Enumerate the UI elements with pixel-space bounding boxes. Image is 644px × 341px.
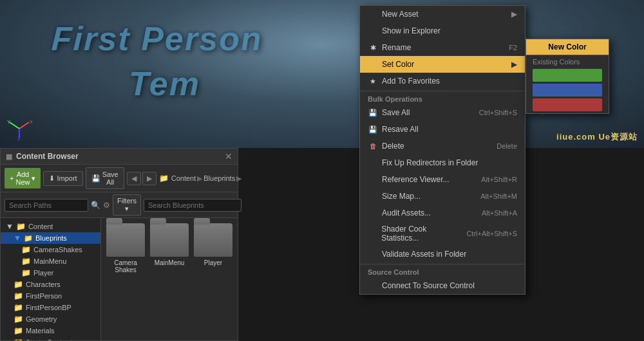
folder-icon-mat: 📁 <box>14 326 23 335</box>
folder-icon-content: 📁 <box>16 222 26 231</box>
menu-item-add-favorites[interactable]: ★ Add To Favorites <box>360 73 525 89</box>
cb-main: CameraShakes MainMenu Player <box>101 218 238 340</box>
shader-icon <box>368 228 377 239</box>
menu-label-rename: Rename <box>382 43 411 52</box>
asset-label-pl: Player <box>204 259 222 266</box>
menu-item-resave-all[interactable]: 💾 Resave All <box>360 121 525 138</box>
tree-item-camerashakes[interactable]: 📁 CameraShakes <box>1 244 100 255</box>
tree-item-materials[interactable]: 📁 Materials <box>1 325 100 336</box>
ref-viewer-shortcut: Alt+Shift+R <box>481 176 517 183</box>
rename-shortcut: F2 <box>509 44 517 51</box>
close-button[interactable]: ✕ <box>225 151 232 161</box>
asset-item-player[interactable]: Player <box>194 223 232 266</box>
new-asset-icon <box>368 9 378 19</box>
menu-label-size-map: Size Map... <box>382 192 421 201</box>
add-new-button[interactable]: + Add New ▾ <box>5 168 41 189</box>
tree-item-mainmenu[interactable]: 📁 MainMenu <box>1 255 100 267</box>
source-control-icon <box>368 281 378 291</box>
folder-icon-mm: 📁 <box>21 257 31 266</box>
tree-item-characters[interactable]: 📁 Characters <box>1 279 100 290</box>
color-submenu: New Color Existing Colors <box>526 39 609 114</box>
menu-label-connect-source: Connect To Source Control <box>382 281 475 290</box>
menu-label-new-asset: New Asset <box>382 10 419 19</box>
asset-label-mm: MainMenu <box>155 259 185 266</box>
tree-item-startercontent[interactable]: 📁 StarterContent <box>1 336 100 340</box>
menu-label-add-favorites: Add To Favorites <box>382 77 440 86</box>
search-paths-input[interactable] <box>5 199 88 212</box>
context-menu: New Asset ▶ Show in Explorer ✱ Rename F2… <box>359 5 526 295</box>
tree-item-firstpersonbp[interactable]: 📁 FirstPersonBP <box>1 302 100 313</box>
add-favorites-icon: ★ <box>368 76 378 86</box>
first-person-text: First Person <box>51 19 263 58</box>
filters-button[interactable]: Filters ▾ <box>113 194 141 216</box>
dropdown-arrow: ▾ <box>32 174 35 183</box>
save-all-icon: 💾 <box>368 107 378 118</box>
tree-item-blueprints[interactable]: ▼ 📁 Blueprints <box>1 232 100 244</box>
tree-item-geometry[interactable]: 📁 Geometry <box>1 313 100 325</box>
folder-icon-sc: 📁 <box>14 338 23 340</box>
menu-item-show-explorer[interactable]: Show in Explorer <box>360 23 525 39</box>
filter-search-input[interactable] <box>144 199 242 212</box>
asset-item-mainmenu[interactable]: MainMenu <box>150 223 189 266</box>
folder-icon-fpbp: 📁 <box>14 303 23 312</box>
menu-item-fix-redirectors[interactable]: Fix Up Redirectors in Folder <box>360 154 525 171</box>
asset-folder-icon-mm <box>150 223 189 257</box>
folder-icon-blueprints: ▼ <box>14 234 21 243</box>
axis-indicator: X Y Z <box>6 116 32 142</box>
folder-icon-fp: 📁 <box>14 291 23 300</box>
template-text: Tem <box>129 64 200 103</box>
breadcrumb-content[interactable]: Content <box>171 174 196 182</box>
color-swatch-red[interactable] <box>533 98 602 111</box>
asset-label-cs: CameraShakes <box>114 259 137 273</box>
cb-body: ▼ 📁 Content ▼ 📁 Blueprints 📁 CameraShake… <box>1 218 238 340</box>
save-icon: 💾 <box>91 174 100 183</box>
menu-item-validate-assets[interactable]: Validate Assets in Folder <box>360 246 525 263</box>
save-all-button[interactable]: 💾 Save All <box>86 167 124 189</box>
menu-item-size-map[interactable]: Size Map... Alt+Shift+M <box>360 188 525 205</box>
svg-line-11 <box>10 122 19 129</box>
menu-item-reference-viewer[interactable]: Reference Viewer... Alt+Shift+R <box>360 171 525 188</box>
import-button[interactable]: ⬇ Import <box>43 171 82 186</box>
size-map-icon <box>368 191 378 201</box>
color-swatch-green[interactable] <box>533 69 602 82</box>
content-browser: ▦ Content Browser ✕ + Add New ▾ ⬇ Import… <box>0 148 238 341</box>
svg-line-10 <box>19 122 29 129</box>
nav-forward-button[interactable]: ▶ <box>142 172 156 185</box>
menu-label-validate-assets: Validate Assets in Folder <box>382 250 466 259</box>
menu-item-connect-source[interactable]: Connect To Source Control <box>360 277 525 294</box>
svg-text:X: X <box>30 119 32 125</box>
asset-folder-icon-pl <box>194 223 232 257</box>
menu-item-new-asset[interactable]: New Asset ▶ <box>360 6 525 23</box>
color-swatch-blue[interactable] <box>533 84 602 97</box>
menu-item-shader-cook[interactable]: Shader Cook Statistics... Ctrl+Alt+Shift… <box>360 221 525 246</box>
tree-item-player[interactable]: 📁 Player <box>1 267 100 279</box>
tree-item-content[interactable]: ▼ 📁 Content <box>1 221 100 232</box>
tree-item-firstperson[interactable]: 📁 FirstPerson <box>1 290 100 302</box>
save-all-shortcut: Ctrl+Shift+S <box>479 109 517 116</box>
nav-arrows: ◀ ▶ <box>127 172 156 185</box>
menu-item-rename[interactable]: ✱ Rename F2 <box>360 39 525 56</box>
settings-icon: ⚙ <box>103 201 110 210</box>
delete-shortcut: Delete <box>497 142 517 150</box>
breadcrumb: Content ▶ Blueprints ▶ <box>171 174 242 183</box>
new-color-button[interactable]: New Color <box>526 39 609 55</box>
asset-item-camerashakes[interactable]: CameraShakes <box>106 223 145 273</box>
content-browser-icon: ▦ <box>6 152 12 161</box>
menu-item-audit-assets[interactable]: Audit Assets... Alt+Shift+A <box>360 205 525 221</box>
new-asset-arrow: ▶ <box>511 10 517 19</box>
resave-all-icon: 💾 <box>368 124 378 134</box>
audit-icon <box>368 208 378 218</box>
menu-item-set-color[interactable]: Set Color ▶ <box>360 56 525 73</box>
breadcrumb-separator2: ▶ <box>236 174 242 183</box>
nav-back-button[interactable]: ◀ <box>127 172 141 185</box>
shader-shortcut: Ctrl+Alt+Shift+S <box>466 230 517 237</box>
set-color-icon <box>368 59 378 69</box>
show-explorer-icon <box>368 26 378 36</box>
breadcrumb-blueprints[interactable]: Blueprints <box>204 174 235 182</box>
bulk-ops-section: Bulk Operations <box>360 93 525 104</box>
menu-item-save-all[interactable]: 💾 Save All Ctrl+Shift+S <box>360 104 525 121</box>
fix-redirectors-icon <box>368 158 378 168</box>
menu-item-delete[interactable]: 🗑 Delete Delete <box>360 138 525 154</box>
folder-icon: 📁 <box>159 174 169 183</box>
menu-label-set-color: Set Color <box>382 60 414 69</box>
